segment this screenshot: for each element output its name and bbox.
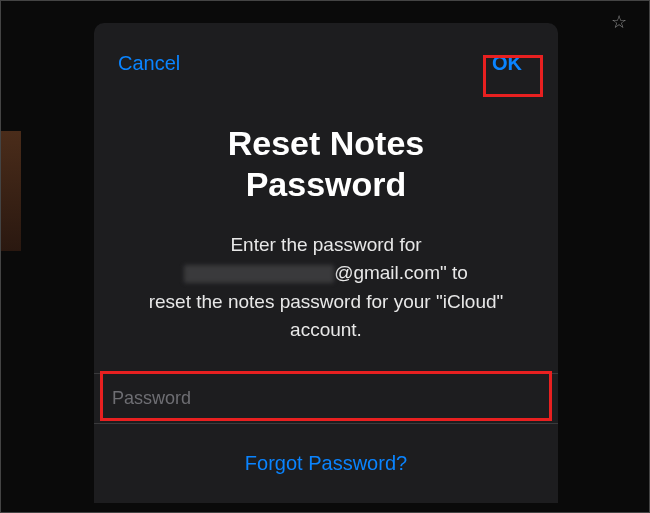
star-icon: ☆ [611,11,627,33]
description-line-2: reset the notes password for your "iClou… [149,291,504,312]
description-line-3: account. [290,319,362,340]
modal-header: Cancel OK [94,23,558,81]
password-field-wrapper [94,373,558,424]
modal-title: Reset Notes Password [94,123,558,205]
forgot-password-link[interactable]: Forgot Password? [94,452,558,475]
title-line-2: Password [246,165,407,203]
cancel-button[interactable]: Cancel [118,52,180,75]
password-input[interactable] [94,373,558,424]
redacted-email-prefix [184,265,334,283]
backdrop-image-strip [1,131,21,251]
description-prefix: Enter the password for [230,234,421,255]
ok-button[interactable]: OK [480,46,534,81]
reset-password-modal: Cancel OK Reset Notes Password Enter the… [94,23,558,503]
description-email-suffix: @gmail.com" to [334,262,468,283]
title-line-1: Reset Notes [228,124,425,162]
modal-description: Enter the password for @gmail.com" to re… [94,231,558,345]
